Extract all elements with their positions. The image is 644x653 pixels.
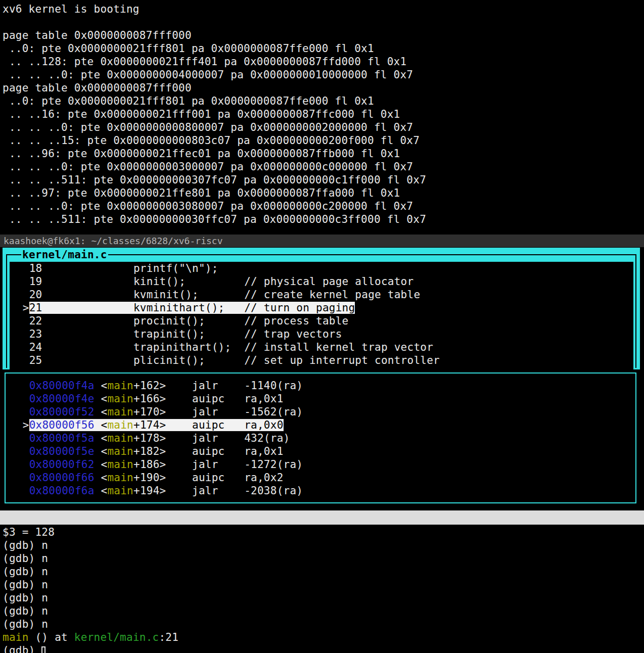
asm-address: 0x80000f5a: [29, 432, 95, 444]
current-instruction-marker: [10, 432, 29, 444]
current-line-marker: [10, 262, 29, 274]
asm-symbol: main: [107, 472, 133, 484]
asm-line: 0x80000f6a <main+194> jalr -2038(ra): [29, 485, 303, 497]
asm-line: 0x80000f66 <main+190> auipc ra,0x2: [29, 472, 284, 484]
current-line-marker: [10, 275, 29, 288]
asm-line: 0x80000f52 <main+170> jalr -1562(ra): [29, 406, 303, 418]
asm-symbol-open: <: [95, 445, 108, 457]
source-line: 18 printf("\n");: [29, 262, 218, 274]
current-instruction-marker: [10, 458, 29, 471]
status-pc-indicator: PC: 0x80000f56: [541, 553, 632, 567]
console-line: $3 = 128: [3, 526, 55, 538]
asm-line: 0x80000f56 <main+174> auipc ra,0x0: [29, 419, 284, 431]
frame-line-number: :21: [159, 631, 178, 643]
asm-address: 0x80000f6a: [29, 485, 95, 497]
current-line-marker: [10, 341, 29, 353]
source-line: 23 trapinit(); // trap vectors: [29, 328, 342, 340]
terminal-screen: xv6 kernel is booting page table 0x00000…: [0, 0, 644, 653]
asm-instruction: +186> jalr -1272(ra): [133, 458, 303, 471]
current-line-marker: [10, 289, 29, 301]
current-instruction-marker: [10, 445, 29, 457]
source-window-content: 18 printf("\n"); 19 kinit(); // physical…: [10, 262, 633, 369]
asm-address: 0x80000f62: [29, 458, 95, 471]
asm-instruction: +194> jalr -2038(ra): [133, 485, 303, 497]
asm-instruction: +174> auipc ra,0x0: [133, 419, 284, 431]
asm-symbol-open: <: [95, 485, 108, 497]
asm-address: 0x80000f4a: [29, 380, 95, 392]
asm-line: 0x80000f4a <main+162> jalr -1140(ra): [29, 380, 303, 392]
gdb-status-bar: remote Thread 1.1 In: main L21 PC: 0x800…: [0, 510, 644, 525]
source-line: 20 kvminit(); // create kernel page tabl…: [29, 289, 421, 301]
console-line: (gdb) n: [3, 552, 48, 565]
asm-instruction: +162> jalr -1140(ra): [133, 380, 303, 392]
current-instruction-marker: [10, 472, 29, 484]
asm-symbol-open: <: [95, 393, 108, 405]
console-line: (gdb) n: [3, 566, 48, 578]
source-window-border-left: [6, 254, 7, 368]
assembly-code: 0x80000f4a <main+162> jalr -1140(ra) 0x8…: [6, 374, 635, 497]
current-instruction-marker: [10, 406, 29, 418]
source-line: 22 procinit(); // process table: [29, 315, 349, 327]
status-line-indicator: L21: [502, 539, 522, 553]
gdb-prompt[interactable]: (gdb): [3, 644, 41, 653]
asm-address: 0x80000f66: [29, 472, 95, 484]
source-window-border-right: [635, 254, 636, 368]
asm-symbol: main: [107, 406, 133, 418]
asm-symbol: main: [107, 380, 133, 392]
asm-symbol: main: [107, 485, 133, 497]
source-line: 24 trapinithart(); // install kernel tra…: [29, 341, 433, 353]
console-line: (gdb) n: [3, 618, 48, 630]
assembly-window[interactable]: 0x80000f4a <main+162> jalr -1140(ra) 0x8…: [5, 372, 636, 503]
asm-symbol-open: <: [95, 380, 108, 392]
asm-line: 0x80000f5e <main+182> auipc ra,0x1: [29, 445, 284, 457]
asm-symbol: main: [107, 393, 133, 405]
source-line: 25 plicinit(); // set up interrupt contr…: [29, 354, 440, 366]
asm-line: 0x80000f62 <main+186> jalr -1272(ra): [29, 458, 303, 471]
text-cursor[interactable]: [41, 646, 45, 653]
asm-symbol-open: <: [95, 472, 108, 484]
asm-line: 0x80000f4e <main+166> auipc ra,0x1: [29, 393, 284, 405]
console-line: (gdb) n: [3, 592, 48, 604]
asm-instruction: +182> auipc ra,0x1: [133, 445, 284, 457]
gdb-console[interactable]: $3 = 128 (gdb) n (gdb) n (gdb) n (gdb) n…: [3, 526, 178, 653]
source-line: 19 kinit(); // physical page allocator: [29, 275, 414, 288]
source-line: 21 kvminithart(); // turn on paging: [29, 302, 355, 314]
current-line-marker: >: [10, 302, 29, 314]
current-line-marker: [10, 328, 29, 340]
asm-instruction: +178> jalr 432(ra): [133, 432, 290, 444]
asm-symbol-open: <: [95, 406, 108, 418]
asm-symbol-open: <: [95, 419, 108, 431]
asm-symbol: main: [107, 445, 133, 457]
source-code: 18 printf("\n"); 19 kinit(); // physical…: [10, 262, 633, 367]
asm-instruction: +170> jalr -1562(ra): [133, 406, 303, 418]
asm-symbol: main: [107, 419, 133, 431]
current-instruction-marker: >: [10, 419, 29, 431]
asm-line: 0x80000f5a <main+178> jalr 432(ra): [29, 432, 290, 444]
console-line: (gdb) n: [3, 539, 48, 551]
asm-instruction: +190> auipc ra,0x2: [133, 472, 284, 484]
asm-instruction: +166> auipc ra,0x1: [133, 393, 284, 405]
terminal-title-text: kaashoek@fk6x1: ~/classes/6828/xv6-riscv: [4, 236, 222, 246]
current-line-marker: [10, 354, 29, 366]
asm-symbol-open: <: [95, 432, 108, 444]
asm-symbol: main: [107, 432, 133, 444]
asm-address: 0x80000f5e: [29, 445, 95, 457]
console-line: (gdb) n: [3, 605, 48, 617]
asm-address: 0x80000f4e: [29, 393, 95, 405]
source-window-title: kernel/main.c: [21, 249, 108, 261]
current-instruction-marker: [10, 380, 29, 392]
console-line: (gdb) n: [3, 579, 48, 591]
asm-address: 0x80000f56: [29, 419, 95, 431]
current-line-marker: [10, 315, 29, 327]
frame-function: main: [3, 631, 29, 643]
asm-symbol-open: <: [95, 458, 108, 471]
current-instruction-marker: [10, 485, 29, 497]
frame-text: () at: [29, 631, 74, 643]
terminal-title-bar[interactable]: kaashoek@fk6x1: ~/classes/6828/xv6-riscv: [0, 235, 644, 247]
source-window[interactable]: kernel/main.c 18 printf("\n"); 19 kinit(…: [3, 248, 640, 369]
current-instruction-marker: [10, 393, 29, 405]
asm-symbol: main: [107, 458, 133, 471]
asm-address: 0x80000f52: [29, 406, 95, 418]
frame-source-path: kernel/main.c: [74, 631, 159, 643]
boot-log: xv6 kernel is booting page table 0x00000…: [3, 3, 426, 226]
